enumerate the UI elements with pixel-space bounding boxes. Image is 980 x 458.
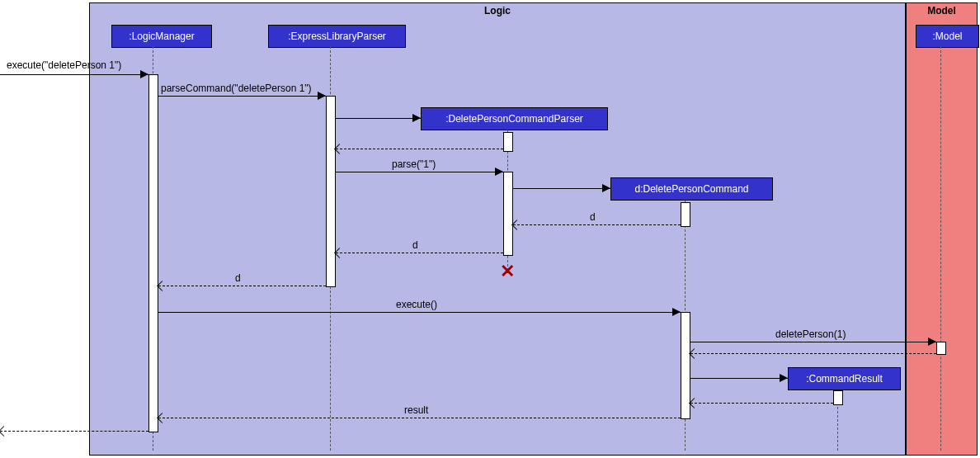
line-m1	[0, 74, 148, 75]
activation-dpc-1	[681, 202, 690, 227]
arrow-ret-actor	[0, 426, 9, 437]
activation-model	[936, 342, 946, 355]
arrow-m2	[318, 92, 326, 100]
line-create-dpc	[513, 188, 610, 189]
line-ret-result	[158, 418, 681, 418]
line-ret-d-3	[158, 286, 326, 286]
line-ret-cr	[690, 403, 833, 404]
activation-logic-manager	[148, 74, 158, 432]
line-create-dpcp	[336, 118, 421, 119]
line-m2	[158, 96, 326, 97]
arrow-m8	[672, 308, 681, 316]
msg-ret-d-2: d	[412, 239, 418, 251]
msg-ret-result: result	[404, 404, 428, 416]
msg-parse-command: parseCommand("deletePerson 1")	[161, 83, 312, 94]
line-m8	[158, 312, 681, 313]
activation-dpcp-2	[503, 172, 513, 256]
arrow-create-dpcp	[412, 114, 421, 122]
arrow-create-dpc	[602, 184, 610, 192]
lifeline-model	[940, 46, 941, 451]
destroy-dpcp: ✕	[500, 261, 515, 282]
participant-delete-person-command-parser: :DeletePersonCommandParser	[421, 107, 608, 130]
msg-ret-d-1: d	[590, 211, 596, 223]
activation-command-result	[833, 390, 843, 405]
frame-model-title: Model	[927, 5, 956, 17]
participant-command-result: :CommandResult	[788, 367, 901, 390]
activation-express-library-parser	[326, 96, 336, 287]
line-ret-dpcp-1	[336, 149, 503, 149]
activation-dpcp-1	[503, 132, 513, 152]
msg-ret-d-3: d	[235, 272, 241, 284]
arrow-create-cr	[780, 374, 788, 382]
participant-model: :Model	[916, 25, 979, 48]
msg-execute: execute("deletePerson 1")	[7, 59, 121, 71]
msg-execute2: execute()	[396, 299, 437, 310]
participant-express-library-parser: :ExpressLibraryParser	[268, 25, 406, 48]
line-m9	[690, 342, 936, 342]
msg-delete-person: deletePerson(1)	[775, 328, 846, 340]
line-ret-d-2	[336, 253, 503, 253]
frame-logic-title: Logic	[484, 5, 511, 17]
line-ret-d-1	[513, 224, 681, 225]
line-m4	[336, 172, 503, 172]
arrow-m9	[928, 338, 936, 346]
participant-logic-manager: :LogicManager	[111, 25, 212, 48]
msg-parse: parse("1")	[392, 158, 436, 170]
arrow-m1	[140, 70, 148, 78]
line-ret-actor	[0, 431, 148, 432]
line-create-cr	[690, 378, 788, 379]
participant-delete-person-command: d:DeletePersonCommand	[610, 177, 773, 201]
line-ret-model	[690, 353, 936, 354]
frame-model: Model	[906, 2, 978, 456]
arrow-m4	[495, 168, 503, 176]
frame-logic: Logic	[89, 2, 906, 456]
